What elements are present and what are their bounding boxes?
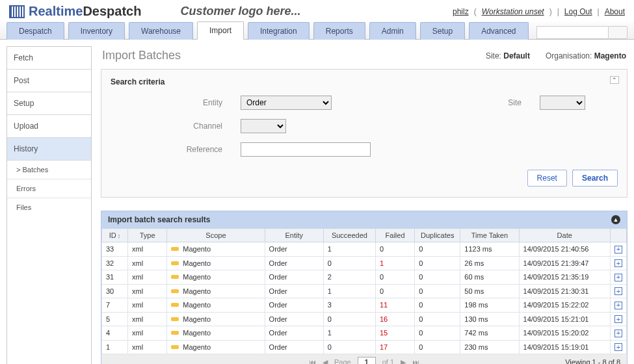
expand-cell: + — [610, 242, 626, 257]
scope-cell: Magento — [167, 270, 265, 285]
key-icon — [171, 247, 179, 251]
scope-text: Magento — [183, 287, 211, 295]
scope-cell: Magento — [167, 326, 265, 341]
sidebar-sub-batches[interactable]: > Batches — [7, 161, 91, 179]
key-icon — [171, 289, 179, 293]
key-icon — [171, 331, 179, 335]
tab-despatch[interactable]: Despatch — [7, 22, 64, 40]
expand-cell: + — [610, 284, 626, 298]
table-row[interactable]: 31xmlMagentoOrder20060 ms14/09/2015 21:3… — [102, 270, 627, 285]
tab-setup[interactable]: Setup — [420, 22, 465, 40]
table-header-row: ID↕TypeScopeEntitySucceededFailedDuplica… — [102, 229, 627, 242]
pager-next-icon[interactable]: ▶ — [401, 358, 406, 365]
global-search-button[interactable] — [608, 26, 627, 39]
tab-warehouse[interactable]: Warehouse — [129, 22, 193, 40]
col-date[interactable]: Date — [519, 229, 610, 242]
site-label: Site: — [486, 51, 501, 60]
sidebar-item-history[interactable]: History — [7, 138, 91, 161]
collapse-results-icon[interactable]: ▲ — [611, 215, 620, 224]
header-right: philz (Workstation unset) | Log Out | Ab… — [453, 7, 625, 16]
col-time-taken[interactable]: Time Taken — [460, 229, 519, 242]
col-succeeded[interactable]: Succeeded — [323, 229, 375, 242]
sidebar: FetchPostSetupUploadHistory> BatchesErro… — [7, 46, 92, 364]
reset-button[interactable]: Reset — [527, 170, 567, 187]
search-criteria-panel: ⌃ Search criteria Entity Order Site Chan… — [101, 69, 627, 198]
pager-prev-icon[interactable]: ◀ — [323, 358, 328, 365]
sidebar-sub-files[interactable]: Files — [7, 198, 91, 216]
page-title-row: Import Batches Site: Default Organisatio… — [101, 46, 627, 69]
sidebar-item-post[interactable]: Post — [7, 70, 91, 92]
col-failed[interactable]: Failed — [376, 229, 415, 242]
channel-select[interactable] — [241, 119, 286, 133]
results-table: ID↕TypeScopeEntitySucceededFailedDuplica… — [101, 228, 627, 354]
expand-icon[interactable]: + — [614, 274, 622, 281]
about-link[interactable]: About — [605, 7, 625, 16]
tab-reports[interactable]: Reports — [313, 22, 365, 40]
content: Import Batches Site: Default Organisatio… — [101, 46, 627, 364]
site-value: Default — [503, 51, 530, 60]
col-scope[interactable]: Scope — [167, 229, 265, 242]
table-row[interactable]: 30xmlMagentoOrder10050 ms14/09/2015 21:3… — [102, 284, 627, 298]
logout-link[interactable]: Log Out — [564, 7, 592, 16]
table-body: 33xmlMagentoOrder1001123 ms14/09/2015 21… — [102, 242, 627, 354]
expand-icon[interactable]: + — [614, 302, 622, 309]
scope-cell: Magento — [167, 312, 265, 326]
pager-last-icon[interactable]: ⏭ — [412, 358, 419, 364]
tab-integration[interactable]: Integration — [248, 22, 310, 40]
sort-desc-icon: ↕ — [118, 233, 121, 239]
table-row[interactable]: 7xmlMagentoOrder3110198 ms14/09/2015 15:… — [102, 298, 627, 313]
results-title: Import batch search results — [108, 215, 210, 224]
sidebar-sub-errors[interactable]: Errors — [7, 179, 91, 198]
expand-icon[interactable]: + — [614, 259, 622, 267]
tab-admin[interactable]: Admin — [369, 22, 416, 40]
reference-input[interactable] — [241, 142, 371, 157]
pager-page-input[interactable] — [358, 357, 376, 364]
sidebar-item-upload[interactable]: Upload — [7, 115, 91, 138]
table-row[interactable]: 5xmlMagentoOrder0160130 ms14/09/2015 15:… — [102, 312, 627, 326]
global-search-input[interactable] — [536, 26, 608, 39]
site-select[interactable] — [540, 96, 585, 110]
sidebar-item-fetch[interactable]: Fetch — [7, 47, 91, 70]
search-button[interactable]: Search — [572, 170, 618, 187]
col-duplicates[interactable]: Duplicates — [415, 229, 460, 242]
results-header: Import batch search results ▲ — [101, 211, 627, 228]
collapse-icon[interactable]: ⌃ — [610, 76, 619, 84]
org-label: Organisation: — [546, 51, 592, 60]
site-select-label: Site — [384, 98, 527, 107]
user-link[interactable]: philz — [453, 7, 469, 16]
key-icon — [171, 345, 179, 349]
col-id[interactable]: ID↕ — [102, 229, 128, 242]
scope-text: Magento — [183, 315, 211, 323]
expand-cell: + — [610, 256, 626, 270]
search-criteria-title: Search criteria — [111, 77, 618, 86]
entity-select[interactable]: Order — [241, 96, 332, 110]
expand-icon[interactable]: + — [614, 315, 622, 323]
tab-advanced[interactable]: Advanced — [469, 22, 528, 40]
col-type[interactable]: Type — [128, 229, 167, 242]
global-search — [536, 26, 627, 39]
expand-icon[interactable]: + — [614, 246, 622, 254]
entity-label: Entity — [111, 98, 228, 107]
col-entity[interactable]: Entity — [265, 229, 323, 242]
col-expand[interactable] — [610, 229, 626, 242]
expand-cell: + — [610, 312, 626, 326]
app-header: RealtimeDespatch Customer logo here... p… — [0, 0, 634, 21]
app-logo: RealtimeDespatch — [9, 4, 141, 19]
pager-nav: ⏮ ◀ Page of 1 ▶ ⏭ — [309, 357, 419, 364]
key-icon — [171, 261, 179, 265]
sidebar-item-setup[interactable]: Setup — [7, 92, 91, 115]
table-row[interactable]: 32xmlMagentoOrder01026 ms14/09/2015 21:3… — [102, 256, 627, 270]
org-value: Magento — [594, 51, 626, 60]
pager-of-label: of 1 — [382, 358, 394, 364]
pager-first-icon[interactable]: ⏮ — [309, 358, 316, 364]
expand-icon[interactable]: + — [614, 287, 622, 295]
expand-icon[interactable]: + — [614, 330, 622, 337]
table-row[interactable]: 4xmlMagentoOrder1150742 ms14/09/2015 15:… — [102, 326, 627, 341]
table-row[interactable]: 1xmlMagentoOrder0170230 ms14/09/2015 15:… — [102, 340, 627, 354]
tab-inventory[interactable]: Inventory — [68, 22, 125, 40]
table-row[interactable]: 33xmlMagentoOrder1001123 ms14/09/2015 21… — [102, 242, 627, 257]
workstation-link[interactable]: Workstation unset — [482, 7, 544, 16]
expand-icon[interactable]: + — [614, 343, 622, 351]
tab-import[interactable]: Import — [197, 21, 244, 40]
logo-text: RealtimeDespatch — [29, 4, 141, 19]
